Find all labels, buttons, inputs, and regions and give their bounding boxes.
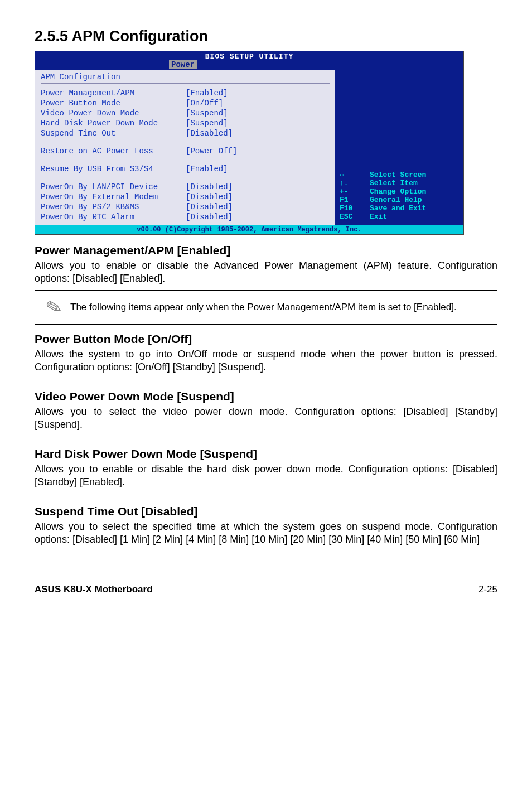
bios-setting-label: PowerOn By External Modem — [41, 192, 186, 201]
pencil-icon: ✎ — [37, 296, 70, 318]
bios-right-pane: ↔Select Screen↑↓Select Item+-Change Opti… — [335, 70, 463, 225]
bios-setting-value: [Disabled] — [186, 212, 233, 221]
bios-utility-title: BIOS SETUP UTILITY — [205, 52, 293, 61]
section-body: Allows you to select the specified time … — [35, 520, 497, 545]
bios-setting-label: Power Button Mode — [41, 99, 186, 108]
bios-left-pane: APM Configuration Power Management/APM[E… — [35, 70, 335, 225]
bios-setting-row: Restore on AC Power Loss[Power Off] — [41, 146, 330, 156]
section-heading: Hard Disk Power Down Mode [Suspend] — [35, 447, 497, 461]
bios-setting-value: [Suspend] — [186, 119, 228, 128]
bios-help-key: ESC — [340, 212, 370, 221]
bios-divider — [41, 83, 330, 84]
bios-setting-label: Power Management/APM — [41, 89, 186, 98]
bios-setting-label: PowerOn By LAN/PCI Device — [41, 182, 186, 191]
bios-help-row: F10Save and Exit — [340, 204, 426, 212]
bios-help-key: ↔ — [340, 171, 370, 179]
bios-setting-row: PowerOn By External Modem[Disabled] — [41, 192, 330, 202]
bios-setting-label: Suspend Time Out — [41, 129, 186, 138]
section-heading: Suspend Time Out [Disabled] — [35, 505, 497, 518]
bios-setting-value: [Disabled] — [186, 129, 233, 138]
bios-help-row: ESCExit — [340, 212, 426, 221]
bios-setting-value: [Disabled] — [186, 192, 233, 201]
bios-setting-label: Resume By USB From S3/S4 — [41, 165, 186, 173]
section-body: Allows you to select the video power dow… — [35, 405, 497, 431]
bios-setting-value: [Power Off] — [186, 147, 237, 156]
bios-tab-power: Power — [169, 60, 197, 69]
bios-setting-label: Restore on AC Power Loss — [41, 147, 186, 156]
bios-setting-value: [Disabled] — [186, 182, 233, 191]
bios-help-text: Change Option — [370, 187, 426, 196]
bios-setting-row: PowerOn By LAN/PCI Device[Disabled] — [41, 182, 330, 192]
bios-help-row: +-Change Option — [340, 187, 426, 196]
section-heading: Power Button Mode [On/Off] — [35, 332, 497, 346]
bios-help-text: Save and Exit — [370, 204, 426, 212]
bios-setting-row: Resume By USB From S3/S4[Enabled] — [41, 164, 330, 174]
bios-title-bar: BIOS SETUP UTILITY Power — [35, 51, 463, 70]
bios-help-text: Select Item — [370, 179, 418, 187]
bios-setting-value: [Suspend] — [186, 109, 228, 118]
bios-setting-label: PowerOn By RTC Alarm — [41, 212, 186, 221]
section-body: Allows you to enable or disable the Adva… — [35, 259, 497, 284]
bios-help-row: F1General Help — [340, 196, 426, 204]
bios-help-key: F1 — [340, 196, 370, 204]
footer-right: 2-25 — [478, 584, 497, 595]
bios-setting-row: PowerOn By RTC Alarm[Disabled] — [41, 212, 330, 222]
bios-setting-row: PowerOn By PS/2 KB&MS[Disabled] — [41, 202, 330, 212]
note-text: The following items appear only when the… — [70, 301, 495, 313]
bios-help-key: +- — [340, 187, 370, 196]
bios-help-row: ↑↓Select Item — [340, 179, 426, 187]
bios-setting-row: Hard Disk Power Down Mode[Suspend] — [41, 118, 330, 128]
bios-setting-value: [Enabled] — [186, 89, 228, 98]
section-heading-main: 2.5.5 APM Configuration — [35, 28, 497, 45]
section-body: Allows the system to go into On/Off mode… — [35, 348, 497, 373]
section-body: Allows you to enable or disable the hard… — [35, 463, 497, 488]
page-content: 2.5.5 APM Configuration BIOS SETUP UTILI… — [0, 0, 532, 595]
bios-setting-row: Suspend Time Out[Disabled] — [41, 128, 330, 138]
bios-setting-value: [On/Off] — [186, 99, 223, 108]
bios-setting-value: [Enabled] — [186, 165, 228, 173]
bios-setting-label: PowerOn By PS/2 KB&MS — [41, 202, 186, 211]
bios-help-row: ↔Select Screen — [340, 171, 426, 179]
note-box: ✎ The following items appear only when t… — [35, 290, 497, 325]
bios-help-key: F10 — [340, 204, 370, 212]
section-heading: Power Management/APM [Enabled] — [35, 244, 497, 257]
bios-help-key: ↑↓ — [340, 179, 370, 187]
bios-footer: v00.00 (C)Copyright 1985-2002, American … — [35, 225, 463, 234]
footer-left: ASUS K8U-X Motherboard — [35, 584, 153, 595]
page-footer: ASUS K8U-X Motherboard 2-25 — [35, 579, 497, 595]
bios-help-block: ↔Select Screen↑↓Select Item+-Change Opti… — [340, 171, 426, 221]
bios-setting-label: Hard Disk Power Down Mode — [41, 119, 186, 128]
bios-setting-row: Video Power Down Mode[Suspend] — [41, 108, 330, 118]
section-heading: Video Power Down Mode [Suspend] — [35, 390, 497, 403]
bios-help-text: Select Screen — [370, 171, 426, 179]
bios-body: APM Configuration Power Management/APM[E… — [35, 70, 463, 225]
bios-section-label: APM Configuration — [41, 73, 330, 81]
bios-setting-value: [Disabled] — [186, 202, 233, 211]
bios-panel: BIOS SETUP UTILITY Power APM Configurati… — [35, 51, 464, 235]
bios-help-text: Exit — [370, 212, 387, 221]
bios-setting-label: Video Power Down Mode — [41, 109, 186, 118]
bios-setting-row: Power Button Mode[On/Off] — [41, 98, 330, 108]
bios-setting-row: Power Management/APM[Enabled] — [41, 88, 330, 98]
bios-help-text: General Help — [370, 196, 422, 204]
